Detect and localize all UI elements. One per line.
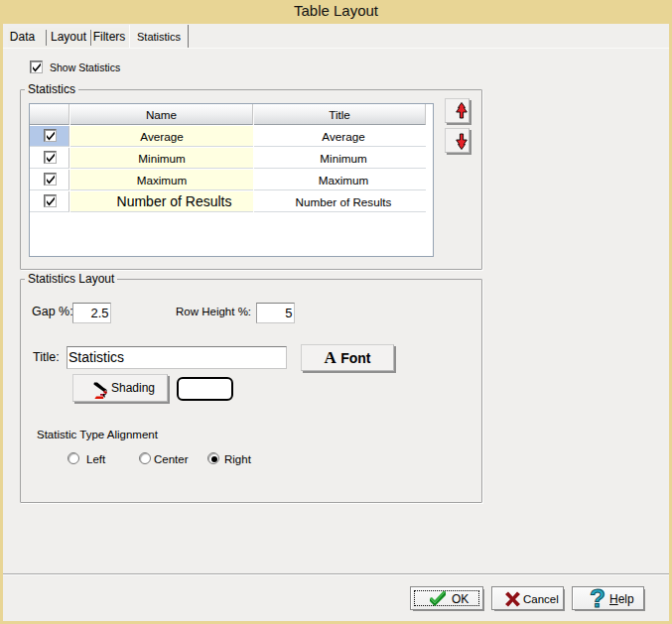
svg-text:?: ? (590, 587, 605, 610)
